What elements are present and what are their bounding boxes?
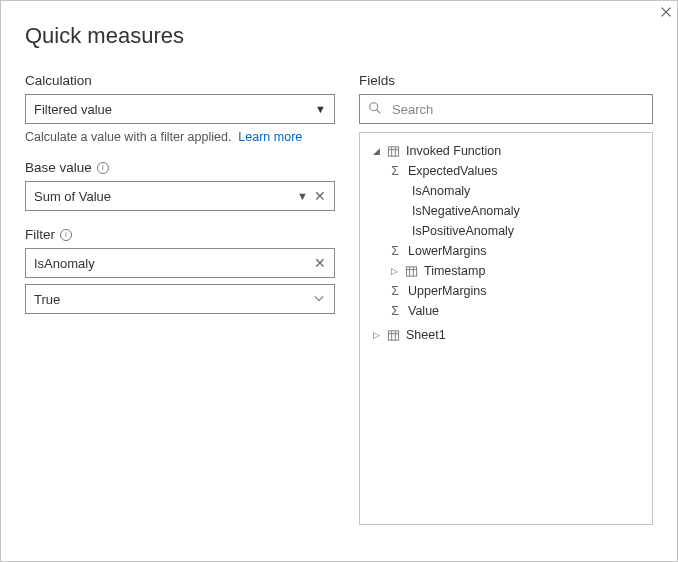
sigma-icon: Σ: [388, 304, 402, 318]
svg-rect-6: [406, 266, 416, 275]
svg-line-1: [377, 109, 381, 113]
caret-down-icon[interactable]: ▼: [297, 190, 308, 202]
calculation-value: Filtered value: [34, 102, 112, 117]
filter-field-text: IsAnomaly: [34, 256, 95, 271]
sigma-icon: Σ: [388, 284, 402, 298]
dialog-title: Quick measures: [1, 1, 677, 57]
quick-measures-dialog: Quick measures Calculation Filtered valu…: [0, 0, 678, 562]
tree-field-isnegativeanomaly[interactable]: IsNegativeAnomaly: [366, 201, 646, 221]
base-value-text: Sum of Value: [34, 189, 111, 204]
svg-point-0: [370, 102, 378, 110]
filter-field[interactable]: IsAnomaly ✕: [25, 248, 335, 278]
sigma-icon: Σ: [388, 164, 402, 178]
tree-field-timestamp[interactable]: ▷ Timestamp: [366, 261, 646, 281]
filter-value-text: True: [34, 292, 60, 307]
caret-down-icon: ▼: [315, 103, 326, 115]
learn-more-link[interactable]: Learn more: [238, 130, 302, 144]
tree-field-value[interactable]: Σ Value: [366, 301, 646, 321]
tree-table-sheet1[interactable]: ▷ Sheet1: [366, 325, 646, 345]
table-icon: [386, 328, 400, 342]
tree-field-lowermargins[interactable]: Σ LowerMargins: [366, 241, 646, 261]
fields-tree: ◢ Invoked Function Σ ExpectedValues IsAn…: [359, 132, 653, 525]
tree-field-uppermargins[interactable]: Σ UpperMargins: [366, 281, 646, 301]
expand-icon[interactable]: ▷: [370, 330, 382, 340]
filter-label: Filter i: [25, 227, 335, 242]
fields-search[interactable]: [359, 94, 653, 124]
tree-field-ispositiveanomaly[interactable]: IsPositiveAnomaly: [366, 221, 646, 241]
info-icon[interactable]: i: [97, 162, 109, 174]
filter-value-select[interactable]: True: [25, 284, 335, 314]
calculation-help: Calculate a value with a filter applied.…: [25, 130, 335, 144]
chevron-down-icon: [312, 291, 326, 308]
calculation-dropdown[interactable]: Filtered value ▼: [25, 94, 335, 124]
close-button[interactable]: [657, 3, 675, 21]
clear-filter-field-icon[interactable]: ✕: [314, 256, 326, 270]
calculation-label: Calculation: [25, 73, 335, 88]
svg-rect-2: [388, 146, 398, 155]
clear-base-value-icon[interactable]: ✕: [314, 189, 326, 203]
tree-field-expectedvalues[interactable]: Σ ExpectedValues: [366, 161, 646, 181]
tree-table-invoked-function[interactable]: ◢ Invoked Function: [366, 141, 646, 161]
expand-icon[interactable]: ▷: [388, 266, 400, 276]
sigma-icon: Σ: [388, 244, 402, 258]
right-panel: Fields ◢ Invoked Function Σ ExpectedValu…: [359, 57, 653, 525]
collapse-icon[interactable]: ◢: [370, 146, 382, 156]
table-icon: [386, 144, 400, 158]
table-icon: [404, 264, 418, 278]
fields-label: Fields: [359, 73, 653, 88]
tree-field-isanomaly[interactable]: IsAnomaly: [366, 181, 646, 201]
base-value-label: Base value i: [25, 160, 335, 175]
svg-rect-10: [388, 330, 398, 339]
fields-search-input[interactable]: [390, 101, 644, 118]
search-icon: [368, 101, 382, 118]
left-panel: Calculation Filtered value ▼ Calculate a…: [25, 57, 335, 525]
info-icon[interactable]: i: [60, 229, 72, 241]
base-value-field[interactable]: Sum of Value ▼ ✕: [25, 181, 335, 211]
